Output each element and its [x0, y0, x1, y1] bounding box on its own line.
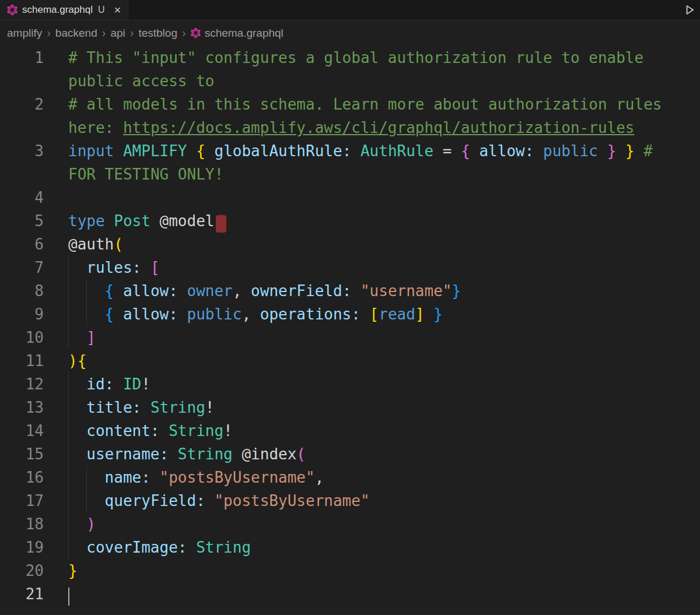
breadcrumb-file-label: schema.graphql — [205, 27, 284, 40]
line-number: 19 — [0, 536, 44, 559]
breadcrumb-item-testblog[interactable]: testblog — [138, 27, 177, 40]
breadcrumb-item-backend[interactable]: backend — [55, 27, 97, 40]
line-content: type Post @model — [68, 209, 680, 233]
code-line[interactable]: 1# This "input" configures a global auth… — [0, 46, 700, 93]
code-token: read — [379, 305, 415, 323]
code-token — [452, 142, 461, 160]
code-token — [169, 445, 178, 463]
line-content: { allow: owner, ownerField: "username"} — [68, 279, 680, 303]
line-content: title: String! — [68, 396, 680, 419]
code-line[interactable]: 12id: ID! — [0, 372, 700, 396]
code-line[interactable]: 2# all models in this schema. Learn more… — [0, 93, 700, 139]
code-token — [141, 399, 150, 416]
code-token: allow: — [123, 282, 178, 300]
code-token: ! — [141, 375, 150, 393]
code-token: Post — [114, 212, 150, 230]
code-line[interactable]: 3input AMPLIFY { globalAuthRule: AuthRul… — [0, 139, 700, 186]
code-token: type — [68, 212, 105, 230]
code-token: = — [443, 142, 452, 160]
code-line[interactable]: 15username: String @index( — [0, 442, 700, 466]
breadcrumb-item-api[interactable]: api — [110, 27, 125, 40]
code-token: content: — [86, 422, 159, 440]
code-token — [187, 142, 197, 160]
code-line[interactable]: 7rules: [ — [0, 256, 700, 279]
breadcrumb-item-file[interactable]: schema.graphql — [191, 27, 284, 40]
code-token: name: — [105, 469, 150, 486]
line-content: @auth( — [68, 233, 680, 256]
code-token: } — [433, 305, 443, 323]
line-number: 2 — [0, 93, 44, 139]
code-line[interactable]: 6@auth( — [0, 233, 700, 256]
line-content: # This "input" configures a global autho… — [68, 46, 680, 93]
indent-guide — [86, 303, 87, 326]
line-number: 10 — [0, 326, 44, 349]
code-token: ) — [86, 515, 96, 533]
code-token: ] — [415, 305, 425, 323]
code-line[interactable]: 9{ allow: public, operations: [read] } — [0, 303, 700, 326]
code-token: ownerField: — [251, 282, 351, 300]
code-line[interactable]: 11){ — [0, 349, 700, 372]
code-line[interactable]: 20} — [0, 559, 700, 582]
code-token — [178, 282, 187, 300]
code-token: owner — [187, 282, 233, 300]
code-line[interactable]: 13title: String! — [0, 396, 700, 419]
code-token — [178, 305, 187, 323]
tab-schema-graphql[interactable]: schema.graphql U × — [0, 0, 128, 20]
line-number: 14 — [0, 419, 44, 442]
line-number: 16 — [0, 466, 44, 489]
code-token: @auth — [68, 236, 114, 253]
breadcrumb-separator: › — [182, 26, 186, 40]
breadcrumb-item-amplify[interactable]: amplify — [7, 27, 42, 40]
line-content: ) — [68, 512, 680, 536]
code-token: id: — [86, 375, 114, 393]
code-line[interactable]: 19coverImage: String — [0, 536, 700, 559]
code-token — [251, 305, 260, 323]
error-block-decoration — [216, 215, 226, 233]
code-line[interactable]: 8{ allow: owner, ownerField: "username"} — [0, 279, 700, 303]
indent-guide — [86, 489, 87, 512]
indent-guide — [68, 303, 69, 326]
code-line[interactable]: 4 — [0, 186, 700, 209]
code-token: AMPLIFY — [123, 142, 187, 160]
breadcrumb-separator: › — [130, 26, 134, 40]
code-line[interactable]: 5type Post @model — [0, 209, 700, 233]
graphql-icon — [7, 5, 18, 15]
tab-bar: schema.graphql U × — [0, 0, 700, 20]
code-token — [114, 282, 123, 300]
breadcrumb: amplify›backend›api›testblog› schema.gra… — [0, 20, 700, 45]
line-number: 15 — [0, 442, 44, 466]
line-number: 8 — [0, 279, 44, 303]
code-token — [150, 469, 160, 486]
code-token: @model — [160, 212, 215, 230]
indent-guide — [68, 489, 69, 512]
tab-label: schema.graphql — [22, 4, 93, 16]
code-token — [233, 445, 242, 463]
code-token — [635, 142, 644, 160]
code-token: { — [196, 142, 205, 160]
code-token: , — [242, 305, 251, 323]
code-token — [534, 142, 543, 160]
code-line[interactable]: 21 — [0, 582, 700, 606]
graphql-icon — [191, 28, 201, 38]
breadcrumb-separator: › — [47, 26, 51, 40]
breadcrumb-separator: › — [102, 26, 106, 40]
indent-guide — [68, 466, 69, 489]
code-editor[interactable]: 1# This "input" configures a global auth… — [0, 45, 700, 606]
code-token — [598, 142, 607, 160]
code-line[interactable]: 14content: String! — [0, 419, 700, 442]
code-line[interactable]: 16name: "postsByUsername", — [0, 466, 700, 489]
line-number: 1 — [0, 46, 44, 93]
code-line[interactable]: 18) — [0, 512, 700, 536]
line-number: 9 — [0, 303, 44, 326]
code-token — [425, 305, 434, 323]
code-line[interactable]: 17queryField: "postsByUsername" — [0, 489, 700, 512]
code-token — [160, 422, 169, 440]
close-icon[interactable]: × — [114, 4, 121, 16]
line-content: ] — [68, 326, 680, 349]
code-token: rules: — [86, 259, 141, 276]
line-content: id: ID! — [68, 372, 680, 396]
indent-guide — [68, 326, 69, 349]
run-icon[interactable] — [684, 4, 695, 16]
code-token: ] — [86, 329, 96, 346]
code-line[interactable]: 10] — [0, 326, 700, 349]
